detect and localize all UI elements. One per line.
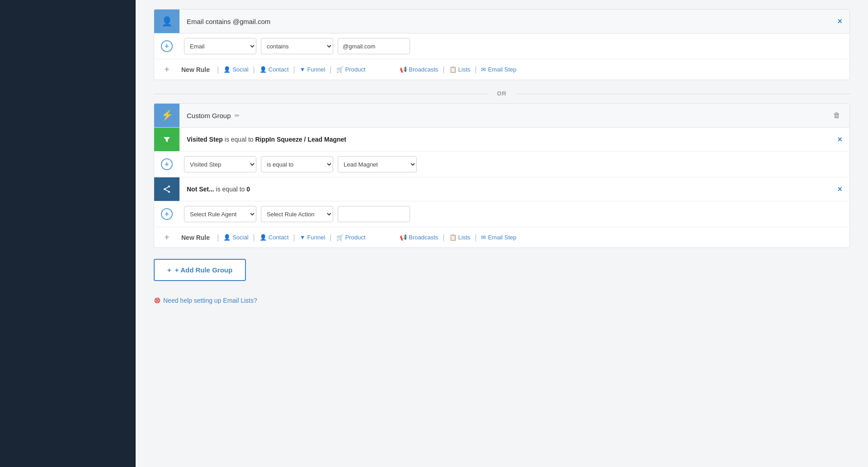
group2-contact-link[interactable]: 👤 Contact — [259, 234, 289, 241]
group2-broadcasts-link[interactable]: 📢 Broadcasts — [400, 234, 438, 241]
group2-rule2-field-select[interactable]: Select Rule Agent Email Visited Step — [184, 206, 256, 222]
group2-rule2-actions: × — [830, 185, 849, 194]
group2-emailstep-label: Email Step — [488, 234, 516, 241]
rule-group-2: ⚡ Custom Group ✏ 🗑 Visited Step is equal… — [154, 103, 850, 248]
share-icon — [162, 185, 171, 194]
group1-header-title: Email contains @gmail.com — [179, 11, 830, 32]
group2-rule2-summary-row: Not Set... is equal to 0 × — [154, 177, 849, 201]
group2-rule1-summary-row: Visited Step is equal to RippIn Squeeze … — [154, 128, 849, 152]
group1-rule1-add-button[interactable]: + — [161, 40, 173, 52]
list-icon-1: 📋 — [449, 66, 457, 73]
group2-funnel-label: Funnel — [307, 234, 326, 241]
group1-product-link[interactable]: 🛒 Product — [336, 66, 366, 73]
svg-line-3 — [165, 186, 169, 189]
group2-header-icon: ⚡ — [154, 104, 179, 127]
edit-icon[interactable]: ✏ — [235, 112, 240, 119]
group2-new-rule-prefix: + — [154, 233, 179, 242]
group2-rule2-close-button[interactable]: × — [837, 185, 842, 194]
group1-broadcasts-label: Broadcasts — [409, 66, 438, 73]
group1-new-rule-row: + New Rule | 👤 Social | 👤 Contact | ▼ Fu… — [154, 59, 849, 80]
group1-rule1-add-prefix: + — [154, 40, 179, 52]
email-icon-2: ✉ — [481, 234, 486, 241]
sep1: | — [217, 66, 219, 74]
add-rule-group-icon: + — [167, 266, 171, 274]
svg-line-4 — [165, 189, 169, 192]
group1-rule1-field-select[interactable]: Email Visited Step Select Rule Agent — [184, 38, 256, 54]
group1-social-link[interactable]: 👤 Social — [223, 66, 248, 73]
person-icon: 👤 — [161, 16, 173, 27]
group2-funnel-link[interactable]: ▼ Funnel — [300, 234, 326, 241]
social-icon-1: 👤 — [223, 66, 231, 73]
or-divider: OR — [154, 84, 850, 103]
help-link-text: Need help setting up Email Lists? — [163, 297, 257, 304]
group2-rule1-actions: × — [830, 135, 849, 144]
group1-header-icon: 👤 — [154, 10, 179, 33]
group2-rule2-add-prefix: + — [154, 208, 179, 220]
megaphone-icon-1: 📢 — [400, 66, 407, 73]
group2-lists-label: Lists — [458, 234, 471, 241]
group2-delete-button[interactable]: 🗑 — [831, 110, 842, 121]
group2-title-text: Custom Group — [187, 112, 231, 119]
group1-lists-link[interactable]: 📋 Lists — [449, 66, 471, 73]
group2-rule1-add-button[interactable]: + — [161, 158, 173, 170]
group2-lists-link[interactable]: 📋 Lists — [449, 234, 471, 241]
group2-rule2-add-button[interactable]: + — [161, 208, 173, 220]
group1-rule1-value-input[interactable] — [338, 38, 410, 54]
contact-icon-2: 👤 — [259, 234, 267, 241]
group2-rule2-operator-select[interactable]: Select Rule Action is equal to contains — [261, 206, 333, 222]
group2-rule2-input-row: + Select Rule Agent Email Visited Step S… — [154, 201, 849, 227]
group2-rule1-close-button[interactable]: × — [837, 135, 842, 144]
group2-rule1-value-select[interactable]: Lead Magnet RippIn Squeeze / Lead Magnet — [338, 156, 417, 172]
contact-icon-1: 👤 — [259, 66, 267, 73]
group2-broadcasts-label: Broadcasts — [409, 234, 438, 241]
help-link[interactable]: ⊗ Need help setting up Email Lists? — [154, 295, 257, 305]
group2-product-link[interactable]: 🛒 Product — [336, 234, 366, 241]
group1-funnel-label: Funnel — [307, 66, 326, 73]
group2-rule2-value-input[interactable] — [338, 206, 410, 222]
group1-emailstep-label: Email Step — [488, 66, 516, 73]
group2-rule1-operator-select[interactable]: is equal to contains — [261, 156, 333, 172]
group1-rule1-operator-select[interactable]: contains is equal to — [261, 38, 333, 54]
group2-emailstep-link[interactable]: ✉ Email Step — [481, 234, 516, 241]
group2-rule2-op-label: is equal to — [216, 186, 247, 193]
group1-funnel-link[interactable]: ▼ Funnel — [300, 66, 326, 73]
list-icon-2: 📋 — [449, 234, 457, 241]
cart-icon-2: 🛒 — [336, 234, 344, 241]
group2-rule2-summary-content: Not Set... is equal to 0 — [179, 179, 830, 199]
help-close-icon: ⊗ — [154, 295, 160, 305]
group2-new-rule-row: + New Rule | 👤 Social | 👤 Contact | ▼ Fu… — [154, 227, 849, 248]
group1-new-rule-label: New Rule — [181, 66, 210, 73]
bolt-icon: ⚡ — [161, 110, 173, 121]
group1-contact-link[interactable]: 👤 Contact — [259, 66, 289, 73]
group1-product-label: Product — [345, 66, 366, 73]
group1-plus-icon: + — [165, 65, 170, 74]
add-rule-group-button[interactable]: + + Add Rule Group — [154, 259, 246, 281]
group1-header: 👤 Email contains @gmail.com × — [154, 10, 849, 33]
group2-header: ⚡ Custom Group ✏ 🗑 — [154, 104, 849, 128]
main-content: 👤 Email contains @gmail.com × + Email Vi… — [136, 0, 868, 467]
group2-social-label: Social — [232, 234, 248, 241]
add-rule-group-label: + Add Rule Group — [175, 266, 232, 274]
rule-group-1: 👤 Email contains @gmail.com × + Email Vi… — [154, 9, 850, 80]
group1-close-button[interactable]: × — [837, 17, 842, 26]
social-icon-2: 👤 — [223, 234, 231, 241]
group2-rule1-field-select[interactable]: Visited Step Email Select Rule Agent — [184, 156, 256, 172]
group1-contact-label: Contact — [269, 66, 289, 73]
group2-rule1-add-prefix: + — [154, 158, 179, 170]
group2-header-title: Custom Group ✏ — [179, 105, 824, 126]
group2-product-label: Product — [345, 234, 366, 241]
group1-social-label: Social — [232, 66, 248, 73]
group1-rule1-input-row: + Email Visited Step Select Rule Agent c… — [154, 33, 849, 59]
group2-rule2-share-icon-container — [154, 177, 179, 201]
group1-broadcasts-link[interactable]: 📢 Broadcasts — [400, 66, 438, 73]
group2-rule1-input-row: + Visited Step Email Select Rule Agent i… — [154, 152, 849, 177]
group2-new-rule-label: New Rule — [181, 234, 210, 241]
group2-contact-label: Contact — [269, 234, 289, 241]
funnel-icon-2: ▼ — [300, 234, 306, 241]
funnel-icon-1: ▼ — [300, 66, 306, 73]
email-icon-1: ✉ — [481, 66, 486, 73]
group2-social-link[interactable]: 👤 Social — [223, 234, 248, 241]
group1-lists-label: Lists — [458, 66, 471, 73]
group1-emailstep-link[interactable]: ✉ Email Step — [481, 66, 516, 73]
group2-rule1-filter-icon-container — [154, 128, 179, 151]
